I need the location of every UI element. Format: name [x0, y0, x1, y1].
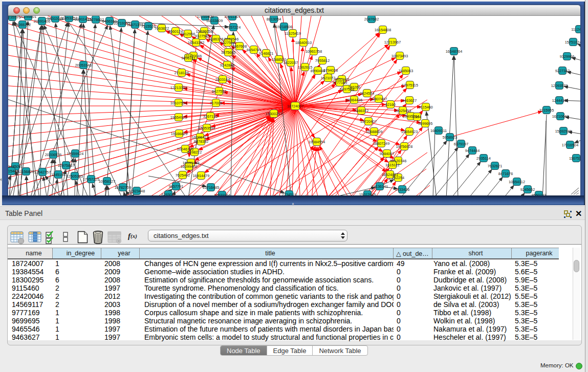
svg-text:19218506: 19218506: [276, 25, 292, 29]
svg-text:16409311: 16409311: [430, 128, 447, 133]
svg-text:12213967: 12213967: [384, 40, 401, 45]
svg-text:9550733: 9550733: [532, 193, 546, 195]
svg-text:12213389: 12213389: [170, 85, 187, 90]
svg-text:10221164: 10221164: [214, 193, 230, 195]
svg-text:9146821: 9146821: [259, 51, 273, 56]
svg-text:12093572: 12093572: [551, 83, 568, 88]
svg-text:10807487: 10807487: [371, 97, 387, 101]
svg-text:7955812: 7955812: [315, 58, 330, 63]
svg-text:15300293: 15300293: [266, 112, 282, 116]
svg-text:3822037: 3822037: [284, 60, 298, 65]
svg-text:19166829: 19166829: [171, 132, 187, 136]
svg-text:9777169: 9777169: [333, 80, 347, 85]
svg-text:9699695: 9699695: [418, 121, 432, 126]
svg-text:8878352: 8878352: [194, 139, 208, 144]
svg-text:15692971: 15692971: [555, 129, 572, 134]
svg-text:20206576: 20206576: [45, 152, 61, 157]
svg-text:16235591: 16235591: [8, 16, 20, 19]
svg-text:6379197: 6379197: [454, 142, 468, 146]
svg-text:8427552: 8427552: [212, 89, 226, 94]
svg-text:2803144: 2803144: [215, 77, 230, 82]
svg-text:10654112: 10654112: [509, 180, 525, 184]
svg-text:1621072: 1621072: [321, 76, 335, 80]
svg-text:16648764: 16648764: [446, 49, 462, 54]
svg-text:14136141: 14136141: [372, 184, 388, 189]
svg-text:1904: 1904: [413, 115, 421, 119]
svg-text:717005: 717005: [210, 101, 222, 105]
svg-text:19756928: 19756928: [396, 144, 412, 149]
svg-text:18640910: 18640910: [295, 40, 312, 45]
svg-text:2087682: 2087682: [364, 17, 379, 21]
svg-text:16914479: 16914479: [193, 173, 209, 178]
svg-text:8813054: 8813054: [267, 17, 281, 21]
svg-text:7515526: 7515526: [141, 24, 156, 29]
svg-text:15226058: 15226058: [196, 29, 212, 34]
svg-text:7632621: 7632621: [488, 164, 502, 168]
svg-text:7625402: 7625402: [176, 173, 190, 178]
svg-text:6497568: 6497568: [340, 87, 354, 92]
svg-text:7485063: 7485063: [399, 69, 413, 73]
svg-text:16543382: 16543382: [188, 40, 204, 45]
svg-text:9329966: 9329966: [560, 54, 574, 59]
svg-text:14055712: 14055712: [14, 23, 31, 27]
svg-text:19654925: 19654925: [170, 115, 187, 120]
svg-text:16033809: 16033809: [206, 18, 223, 23]
svg-text:2867608: 2867608: [232, 44, 247, 49]
svg-text:9242848: 9242848: [220, 63, 234, 68]
svg-text:8471676: 8471676: [498, 171, 513, 176]
svg-text:12505135: 12505135: [67, 174, 83, 179]
svg-text:1615112: 1615112: [385, 163, 400, 167]
svg-text:3875685: 3875685: [221, 50, 235, 55]
svg-text:20053346: 20053346: [75, 63, 92, 68]
svg-text:1145194: 1145194: [51, 172, 66, 177]
svg-text:10975867: 10975867: [58, 163, 74, 168]
svg-text:19384554: 19384554: [309, 140, 325, 144]
svg-text:3915441: 3915441: [8, 169, 18, 173]
svg-text:9245652: 9245652: [520, 187, 535, 192]
svg-text:19011307: 19011307: [224, 16, 241, 19]
svg-text:7357224: 7357224: [226, 25, 241, 30]
svg-text:2935114: 2935114: [476, 156, 491, 161]
svg-text:62160: 62160: [385, 102, 396, 107]
svg-text:9474444: 9474444: [465, 148, 480, 153]
svg-text:15278602: 15278602: [88, 17, 104, 22]
svg-text:1167533: 1167533: [569, 156, 580, 161]
svg-text:6794028: 6794028: [323, 68, 338, 73]
svg-text:10025453: 10025453: [395, 108, 411, 113]
svg-text:7734519: 7734519: [282, 192, 296, 195]
svg-text:1244415: 1244415: [552, 98, 567, 103]
svg-text:11124457: 11124457: [571, 27, 580, 32]
svg-text:9463627: 9463627: [402, 98, 417, 103]
svg-text:17957225: 17957225: [83, 177, 99, 182]
svg-text:10973493: 10973493: [391, 54, 408, 58]
svg-text:16210643: 16210643: [552, 114, 569, 119]
svg-text:252254: 252254: [392, 176, 404, 180]
svg-text:17975115: 17975115: [402, 83, 418, 87]
svg-text:16154808: 16154808: [375, 28, 391, 32]
svg-text:12923448: 12923448: [128, 189, 145, 193]
svg-text:3215955: 3215955: [539, 108, 554, 113]
svg-text:10688609: 10688609: [366, 129, 382, 134]
svg-text:15012945: 15012945: [359, 192, 376, 195]
svg-text:18724007: 18724007: [287, 104, 303, 108]
svg-text:9857791: 9857791: [169, 184, 183, 189]
svg-text:9227342: 9227342: [555, 69, 570, 73]
svg-text:7386372: 7386372: [354, 108, 368, 113]
svg-text:3824554: 3824554: [360, 91, 374, 96]
svg-text:18807249: 18807249: [373, 141, 389, 146]
svg-text:5958923: 5958923: [443, 135, 457, 140]
svg-text:9115460: 9115460: [419, 105, 433, 110]
svg-text:5498222: 5498222: [187, 150, 202, 155]
svg-text:15353594: 15353594: [199, 126, 215, 130]
svg-text:1733426: 1733426: [395, 187, 409, 192]
svg-text:19654923: 19654923: [401, 129, 418, 134]
svg-text:15751074: 15751074: [565, 40, 580, 45]
svg-text:10958127: 10958127: [99, 179, 115, 184]
svg-text:12942757: 12942757: [34, 170, 51, 174]
svg-text:9327505: 9327505: [195, 34, 209, 38]
svg-text:11325419: 11325419: [285, 31, 301, 36]
svg-text:15720407: 15720407: [360, 119, 377, 124]
svg-text:17016504: 17016504: [562, 143, 578, 147]
svg-text:7663822: 7663822: [155, 26, 169, 31]
svg-text:15716485: 15716485: [203, 185, 219, 190]
